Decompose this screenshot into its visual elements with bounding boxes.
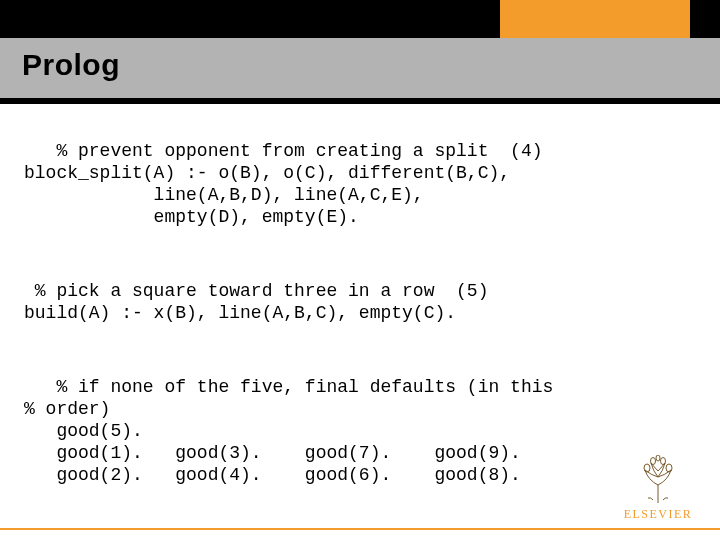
code-block-defaults: % if none of the five, final defaults (i… (24, 376, 696, 486)
svg-point-0 (644, 464, 650, 472)
code-content: % prevent opponent from creating a split… (24, 118, 696, 538)
code-block-5: % pick a square toward three in a row (5… (24, 280, 696, 324)
code-block-4: % prevent opponent from creating a split… (24, 140, 696, 228)
svg-point-3 (661, 458, 666, 465)
title-bar: Prolog (0, 38, 720, 98)
top-bar-orange-accent (500, 0, 690, 38)
svg-point-4 (656, 455, 660, 461)
title-divider (0, 98, 720, 104)
svg-point-1 (666, 464, 672, 472)
slide-title: Prolog (22, 48, 120, 82)
svg-point-2 (651, 458, 656, 465)
publisher-logo: ELSEVIER (616, 455, 700, 522)
elsevier-tree-icon (633, 455, 683, 505)
footer-accent-line (0, 528, 720, 530)
publisher-name: ELSEVIER (616, 507, 700, 522)
